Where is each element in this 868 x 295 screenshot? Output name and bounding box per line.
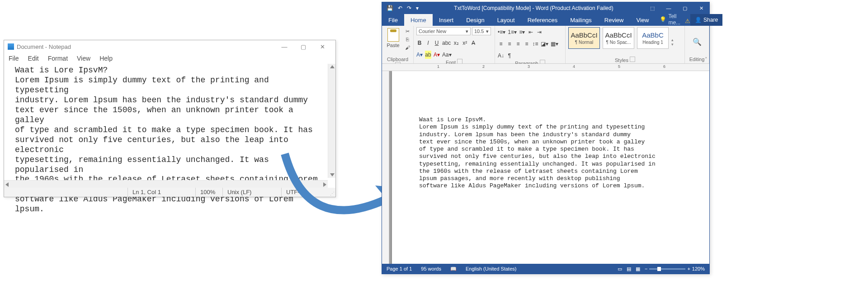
group-paragraph: •≡▾ 1≡▾ ≡▾ ⇤ ⇥ ≡ ≡ ≡ ≡ ↕≡ ◪▾ ▦▾ A↓ — [495, 26, 566, 63]
increase-indent-icon[interactable]: ⇥ — [536, 28, 542, 36]
tab-view[interactable]: View — [630, 14, 655, 26]
menu-format[interactable]: Format — [48, 55, 68, 62]
cut-icon[interactable]: ✂ — [404, 28, 410, 34]
maximize-button[interactable]: ▢ — [677, 2, 693, 14]
status-eol: Unix (LF) — [222, 188, 281, 197]
maximize-button[interactable]: ▢ — [294, 40, 313, 53]
tab-review[interactable]: Review — [598, 14, 630, 26]
ribbon: Paste ✂ ⎘ 🖌 Clipboard Courier New▾ 10.5▾… — [382, 26, 709, 64]
style-heading-1[interactable]: AaBbC Heading 1 — [637, 27, 669, 49]
horizontal-ruler[interactable]: 1 2 3 4 5 6 — [382, 64, 709, 71]
tab-mailings[interactable]: Mailings — [564, 14, 598, 26]
zoom-level[interactable]: 120% — [692, 266, 705, 271]
strikethrough-button[interactable]: abc — [442, 39, 451, 47]
status-page[interactable]: Page 1 of 1 — [382, 264, 416, 274]
shading-icon[interactable]: ◪▾ — [541, 40, 548, 48]
notepad-titlebar[interactable]: Document - Notepad — ▢ ✕ — [4, 40, 335, 53]
tell-me[interactable]: 💡 Tell me... — [655, 13, 685, 26]
close-button[interactable]: ✕ — [693, 2, 709, 14]
qa-dropdown-icon[interactable]: ▾ — [416, 5, 419, 11]
zoom-out-icon[interactable]: − — [645, 266, 647, 271]
quick-access-toolbar: 💾 ↶ ↷ ▾ — [382, 5, 423, 11]
word-titlebar[interactable]: 💾 ↶ ↷ ▾ TxtToWord [Compatibility Mode] -… — [382, 2, 709, 14]
paste-button[interactable]: Paste — [385, 27, 401, 57]
status-zoom[interactable]: 100% — [195, 188, 222, 197]
tab-file[interactable]: File — [382, 14, 404, 26]
bold-button[interactable]: B — [416, 39, 423, 47]
styles-more-icon[interactable]: ▴▾ — [671, 27, 674, 57]
highlight-icon[interactable]: ab — [425, 51, 431, 59]
italic-button[interactable]: I — [425, 39, 431, 47]
align-right-icon[interactable]: ≡ — [515, 40, 521, 48]
word-title: TxtToWord [Compatibility Mode] - Word (P… — [423, 5, 644, 11]
redo-icon[interactable]: ↷ — [407, 5, 411, 11]
tab-design[interactable]: Design — [460, 14, 491, 26]
dialog-launcher-icon[interactable] — [630, 57, 635, 62]
subscript-button[interactable]: x₂ — [453, 39, 459, 47]
align-center-icon[interactable]: ≡ — [506, 40, 513, 48]
format-painter-icon[interactable]: 🖌 — [404, 44, 410, 51]
lightbulb-icon: 💡 — [660, 16, 666, 23]
ribbon-tabs: File Home Insert Design Layout Reference… — [382, 14, 709, 26]
status-proof-icon[interactable]: 📖 — [446, 264, 461, 274]
document-text[interactable]: Waat is Lore IpsvM. Lorem Ipsum is simpl… — [419, 116, 700, 190]
horizontal-scrollbar[interactable] — [4, 180, 328, 188]
collapse-ribbon-icon[interactable]: ˄ — [705, 57, 708, 62]
close-button[interactable]: ✕ — [313, 40, 332, 53]
share-icon: 👤 — [695, 17, 702, 23]
line-spacing-icon[interactable]: ↕≡ — [532, 40, 538, 48]
menu-help[interactable]: Help — [99, 55, 113, 62]
menu-view[interactable]: View — [77, 55, 90, 62]
zoom-slider[interactable]: − + 120% — [640, 264, 709, 274]
underline-button[interactable]: U — [434, 39, 440, 47]
minimize-button[interactable]: — — [275, 40, 294, 53]
show-marks-icon[interactable]: ¶ — [506, 52, 513, 60]
ribbon-options-icon[interactable]: ⬚ — [644, 2, 660, 14]
save-icon[interactable]: 💾 — [387, 5, 393, 11]
numbering-icon[interactable]: 1≡▾ — [508, 28, 517, 36]
bullets-icon[interactable]: •≡▾ — [498, 28, 505, 36]
align-left-icon[interactable]: ≡ — [498, 40, 504, 48]
zoom-in-icon[interactable]: + — [687, 266, 690, 271]
sort-icon[interactable]: A↓ — [498, 52, 504, 60]
copy-icon[interactable]: ⎘ — [404, 36, 410, 43]
notepad-icon — [8, 43, 14, 50]
warning-icon[interactable]: ⚠ — [685, 16, 690, 26]
tab-layout[interactable]: Layout — [491, 14, 521, 26]
style-no-spacing[interactable]: AaBbCcI ¶ No Spac... — [603, 27, 634, 49]
superscript-button[interactable]: x² — [462, 39, 468, 47]
justify-icon[interactable]: ≡ — [524, 40, 530, 48]
tab-insert[interactable]: Insert — [433, 14, 460, 26]
word-window: 💾 ↶ ↷ ▾ TxtToWord [Compatibility Mode] -… — [382, 2, 710, 274]
multilevel-icon[interactable]: ≡▾ — [519, 28, 525, 36]
style-normal[interactable]: AaBbCcI ¶ Normal — [568, 27, 600, 49]
undo-icon[interactable]: ↶ — [398, 5, 402, 11]
web-layout-icon[interactable]: ▦ — [631, 264, 640, 274]
read-mode-icon[interactable]: ▭ — [613, 264, 622, 274]
borders-icon[interactable]: ▦▾ — [551, 40, 558, 48]
text-effects-icon[interactable]: A▾ — [416, 51, 423, 59]
word-statusbar: Page 1 of 1 95 words 📖 English (United S… — [382, 264, 709, 274]
tab-home[interactable]: Home — [404, 14, 433, 26]
font-color-icon[interactable]: A▾ — [434, 51, 440, 59]
font-name-select[interactable]: Courier New▾ — [416, 27, 471, 35]
decrease-indent-icon[interactable]: ⇤ — [528, 28, 534, 36]
vertical-ruler[interactable] — [382, 71, 389, 265]
print-layout-icon[interactable]: ▤ — [622, 264, 631, 274]
minimize-button[interactable]: — — [660, 2, 677, 14]
clear-format-icon[interactable]: A̶ — [470, 39, 476, 47]
menu-file[interactable]: File — [9, 55, 19, 62]
group-clipboard: Paste ✂ ⎘ 🖌 Clipboard — [382, 26, 414, 63]
menu-edit[interactable]: Edit — [28, 55, 39, 62]
page: Waat is Lore IpsvM. Lorem Ipsum is simpl… — [392, 71, 709, 265]
change-case-icon[interactable]: Aa▾ — [442, 51, 452, 59]
tab-references[interactable]: References — [521, 14, 564, 26]
notepad-title: Document - Notepad — [17, 43, 71, 50]
status-words[interactable]: 95 words — [416, 264, 446, 274]
font-size-select[interactable]: 10.5▾ — [472, 27, 491, 35]
document-area: Waat is Lore IpsvM. Lorem Ipsum is simpl… — [382, 71, 709, 265]
find-icon[interactable]: 🔍 — [693, 38, 702, 46]
clipboard-icon — [387, 28, 399, 42]
status-language[interactable]: English (United States) — [461, 264, 521, 274]
share-button[interactable]: 👤 Share — [690, 14, 722, 26]
